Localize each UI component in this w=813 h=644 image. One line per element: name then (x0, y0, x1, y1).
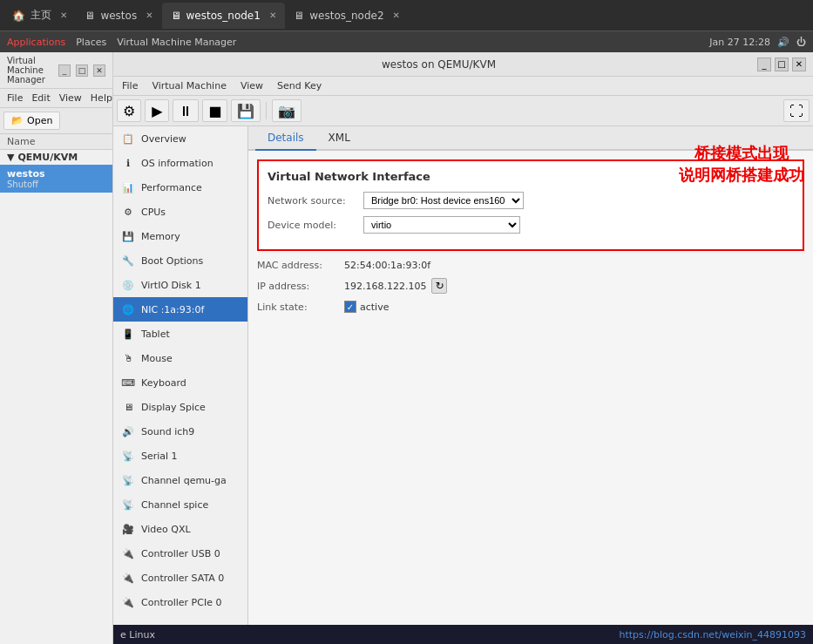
taskbar: 🏠 主页 ✕ 🖥 westos ✕ 🖥 westos_node1 ✕ 🖥 wes… (0, 0, 813, 31)
vni-network-source-label: Network source: (268, 195, 363, 207)
detail-tabs: Details XML (248, 126, 813, 151)
sysbar-power-icon[interactable]: ⏻ (796, 37, 806, 48)
sidebar-item-nic[interactable]: 🌐 NIC :1a:93:0f (113, 297, 247, 322)
main-area: Virtual Machine Manager _ □ ✕ File Edit … (0, 52, 813, 644)
westos-node1-icon: 🖥 (171, 10, 181, 22)
vmm-maximize[interactable]: □ (76, 64, 88, 77)
sysbar-vmm[interactable]: Virtual Machine Manager (117, 37, 236, 48)
qemu-settings-button[interactable]: ⚙ (117, 99, 141, 122)
sidebar-item-os-info[interactable]: ℹ OS information (113, 151, 247, 175)
tab-westos-label: westos (100, 10, 137, 22)
sysbar-places[interactable]: Places (76, 37, 106, 48)
qemu-screenshot-button[interactable]: 📷 (272, 99, 301, 122)
sidebar-item-sound-ich9[interactable]: 🔊 Sound ich9 (113, 419, 247, 444)
vmm-close[interactable]: ✕ (93, 64, 105, 77)
sidebar-item-controller-usb0[interactable]: 🔌 Controller USB 0 (113, 541, 247, 566)
qemu-close[interactable]: ✕ (792, 58, 806, 71)
vni-network-source-select[interactable]: Bridge br0: Host device ens160 (363, 192, 524, 209)
qemu-maximize[interactable]: □ (775, 58, 789, 71)
bottom-bar: e Linux https://blog.csdn.net/weixin_448… (113, 625, 813, 644)
vni-link-state-checkbox[interactable]: ✓ (344, 301, 356, 313)
mouse-icon: 🖱 (120, 350, 136, 366)
qemu-content: 📋 Overview ℹ OS information 📊 Performanc… (113, 126, 813, 644)
vmm-menu-file[interactable]: File (3, 91, 26, 105)
qemu-title: westos on QEMU/KVM (120, 58, 757, 71)
controller-usb0-icon: 🔌 (120, 546, 136, 561)
tab-westos-node1[interactable]: 🖥 westos_node1 ✕ (162, 3, 286, 29)
sidebar-item-mouse[interactable]: 🖱 Mouse (113, 346, 247, 370)
tab-westos-node1-close[interactable]: ✕ (269, 10, 276, 20)
vni-device-model-select[interactable]: virtio (363, 216, 520, 234)
vmm-title: Virtual Machine Manager (7, 56, 58, 85)
sidebar-item-overview[interactable]: 📋 Overview (113, 126, 247, 151)
vni-link-state-row: Link state: ✓ active (257, 301, 804, 313)
virtio-disk-icon: 💿 (120, 277, 136, 293)
sidebar-item-memory[interactable]: 💾 Memory (113, 224, 247, 248)
qemu-minimize[interactable]: _ (757, 58, 771, 71)
vni-ip-value: 192.168.122.105 (344, 281, 426, 292)
tab-home-close[interactable]: ✕ (60, 10, 67, 20)
sidebar-item-channel-spice[interactable]: 📡 Channel spice (113, 492, 247, 517)
tab-westos[interactable]: 🖥 westos ✕ (76, 3, 161, 29)
qemu-menu-file[interactable]: File (117, 78, 143, 93)
vm-westos-item[interactable]: westos Shutoff (0, 165, 112, 193)
tab-westos-node2[interactable]: 🖥 westos_node2 ✕ (285, 3, 409, 29)
westos-node2-icon: 🖥 (294, 10, 304, 22)
qemu-menu-view[interactable]: View (235, 78, 268, 93)
qemu-run-button[interactable]: ▶ (145, 99, 169, 122)
vni-title: Virtual Network Interface (268, 170, 794, 183)
sysbar-applications[interactable]: Applications (7, 37, 65, 48)
tab-westos-close[interactable]: ✕ (146, 10, 152, 20)
boot-options-icon: 🔧 (120, 253, 136, 268)
qemu-kvm-section[interactable]: ▼ QEMU/KVM (0, 150, 112, 165)
sidebar-item-controller-pcie0[interactable]: 🔌 Controller PCIe 0 (113, 590, 247, 614)
vmm-titlebar: Virtual Machine Manager _ □ ✕ (0, 52, 112, 89)
controller-sata0-icon: 🔌 (120, 570, 136, 586)
sysbar-datetime: Jan 27 12:28 (709, 37, 770, 48)
memory-icon: 💾 (120, 228, 136, 244)
bottom-right-url: https://blog.csdn.net/weixin_44891093 (619, 629, 806, 641)
vni-ip-refresh-button[interactable]: ↻ (431, 278, 447, 294)
sidebar-item-video-qxl[interactable]: 🎥 Video QXL (113, 517, 247, 541)
tab-details[interactable]: Details (255, 126, 316, 151)
vmm-menu-help[interactable]: Help (87, 91, 116, 105)
qemu-save-button[interactable]: 💾 (231, 99, 261, 122)
sysbar-volume-icon[interactable]: 🔊 (777, 37, 789, 48)
qemu-menu: File Virtual Machine View Send Key (113, 77, 813, 96)
sidebar-item-channel-qemu[interactable]: 📡 Channel qemu-ga (113, 468, 247, 492)
sidebar-item-boot-options[interactable]: 🔧 Boot Options (113, 248, 247, 273)
vmm-panel: Virtual Machine Manager _ □ ✕ File Edit … (0, 52, 113, 644)
sidebar-item-controller-sata0[interactable]: 🔌 Controller SATA 0 (113, 566, 247, 590)
overview-icon: 📋 (120, 131, 136, 146)
qemu-pause-button[interactable]: ⏸ (173, 99, 199, 122)
sidebar-item-keyboard[interactable]: ⌨ Keyboard (113, 370, 247, 395)
qemu-menu-vm[interactable]: Virtual Machine (146, 78, 232, 93)
tab-westos-node1-label: westos_node1 (186, 10, 261, 22)
qemu-toolbar: ⚙ ▶ ⏸ ■ 💾 📷 ⛶ (113, 96, 813, 126)
bottom-left-text: e Linux (120, 629, 155, 641)
vmm-open-button[interactable]: 📂 Open (3, 112, 60, 130)
tab-westos-node2-close[interactable]: ✕ (393, 10, 400, 20)
home-icon: 🏠 (12, 10, 25, 22)
sidebar-item-virtio-disk[interactable]: 💿 VirtIO Disk 1 (113, 273, 247, 297)
qemu-stop-button[interactable]: ■ (202, 99, 227, 122)
sidebar-item-cpus[interactable]: ⚙ CPUs (113, 200, 247, 224)
tab-xml[interactable]: XML (316, 126, 362, 151)
westos-icon: 🖥 (85, 10, 95, 22)
qemu-fullscreen-button[interactable]: ⛶ (783, 99, 810, 122)
keyboard-icon: ⌨ (120, 375, 136, 390)
qemu-sidebar: 📋 Overview ℹ OS information 📊 Performanc… (113, 126, 248, 644)
sidebar-item-performance[interactable]: 📊 Performance (113, 175, 247, 200)
vmm-menu-view[interactable]: View (56, 91, 85, 105)
vmm-minimize[interactable]: _ (58, 64, 71, 77)
qemu-menu-sendkey[interactable]: Send Key (272, 78, 327, 93)
sidebar-item-display-spice[interactable]: 🖥 Display Spice (113, 395, 247, 419)
os-info-icon: ℹ (120, 155, 136, 171)
vmm-menu-edit[interactable]: Edit (28, 91, 53, 105)
qemu-window: westos on QEMU/KVM _ □ ✕ File Virtual Ma… (113, 52, 813, 644)
sidebar-item-serial1[interactable]: 📡 Serial 1 (113, 444, 247, 468)
vm-westos-status: Shutoff (7, 180, 105, 189)
tablet-icon: 📱 (120, 326, 136, 342)
tab-home[interactable]: 🏠 主页 ✕ (3, 3, 76, 29)
sidebar-item-tablet[interactable]: 📱 Tablet (113, 322, 247, 346)
